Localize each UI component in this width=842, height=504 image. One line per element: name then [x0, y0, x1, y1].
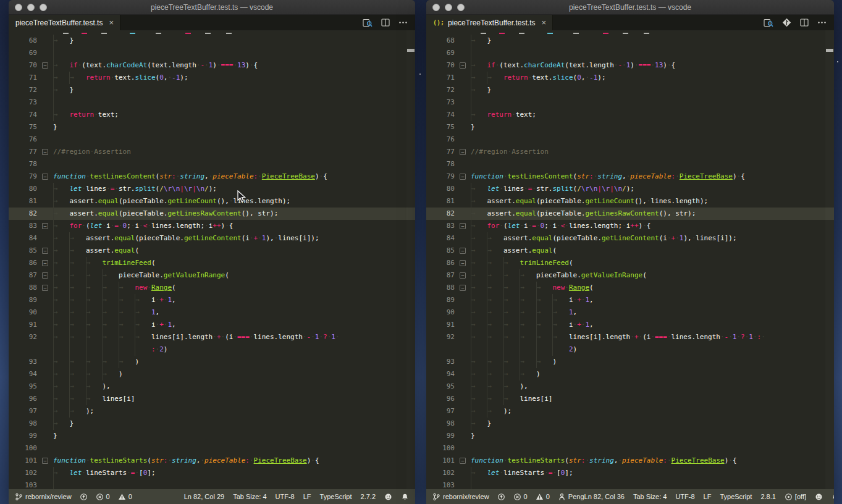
- code-line[interactable]: 82→assert.equal(pieceTable.getLinesRawCo…: [9, 208, 415, 220]
- status-item-utf-8[interactable]: UTF-8: [276, 493, 295, 500]
- open-preview-icon[interactable]: [764, 19, 773, 27]
- code-content[interactable]: →: [53, 47, 415, 59]
- code-line[interactable]: 81→assert.equal(pieceTable.getLineCount(…: [426, 195, 834, 208]
- status-item-tab-size-4[interactable]: Tab Size: 4: [633, 493, 667, 500]
- code-line[interactable]: 69→: [426, 47, 834, 59]
- code-content[interactable]: →→assert.equal(pieceTable.getLineContent…: [471, 232, 834, 245]
- status-item-record[interactable]: [off]: [785, 493, 806, 501]
- code-line[interactable]: →→→→→→2): [426, 343, 834, 356]
- code-content[interactable]: →→assert.equal(: [53, 245, 415, 257]
- code-content[interactable]: }: [53, 121, 415, 133]
- code-line[interactable]: 102→let·lineStarts·=·[0];: [9, 467, 415, 479]
- title-bar[interactable]: pieceTreeTextBuffer.test.ts — vscode: [9, 0, 415, 15]
- fold-collapse-icon[interactable]: −: [42, 174, 48, 180]
- code-line[interactable]: 70−→if·(text.charCodeAt(text.length·-·1)…: [426, 59, 834, 72]
- status-item-error[interactable]: 0: [513, 493, 528, 501]
- code-content[interactable]: →if·(text.charCodeAt(text.length·-·1)·==…: [53, 59, 415, 72]
- code-content[interactable]: →→→lines[i]: [471, 393, 834, 405]
- code-line[interactable]: 79−function·testLinesContent(str:·string…: [9, 170, 415, 183]
- code-line[interactable]: 95→→→),: [9, 380, 415, 393]
- code-line[interactable]: 71→→return·text.slice(0,·-1);: [426, 72, 834, 84]
- status-item-2-7-2[interactable]: 2.7.2: [361, 493, 376, 500]
- code-content[interactable]: →}: [471, 84, 834, 96]
- code-content[interactable]: →→→),: [53, 380, 415, 393]
- code-line[interactable]: 92→→→→→→lines[i].length·+·(i·===·lines.l…: [426, 331, 834, 343]
- status-item-lf[interactable]: LF: [704, 493, 712, 500]
- code-line[interactable]: 76: [9, 133, 415, 146]
- code-content[interactable]: →: [53, 479, 415, 489]
- status-item-feedback[interactable]: [815, 493, 823, 501]
- status-item-publish[interactable]: [497, 493, 505, 501]
- code-content[interactable]: function·testLinesContent(str:·string,·p…: [471, 170, 834, 183]
- fold-collapse-icon[interactable]: −: [42, 248, 48, 254]
- code-content[interactable]: →→assert.equal(pieceTable.getLineContent…: [53, 232, 415, 245]
- code-content[interactable]: →→→→): [471, 368, 834, 380]
- fold-collapse-icon[interactable]: −: [460, 223, 466, 229]
- code-content[interactable]: →→→→→→lines[i].length·+·(i·===·lines.len…: [471, 331, 834, 343]
- code-line[interactable]: 94→→→→): [426, 368, 834, 380]
- code-content[interactable]: →→→→→): [471, 356, 834, 368]
- code-line[interactable]: 94→→→→): [9, 368, 415, 380]
- fold-collapse-icon[interactable]: −: [460, 458, 466, 464]
- code-line[interactable]: 74→return·text;: [9, 109, 415, 121]
- code-line[interactable]: 101−function·testLineStarts(str:·string,…: [426, 455, 834, 467]
- code-line[interactable]: 102→let·lineStarts·=·[0];: [426, 467, 834, 479]
- code-line[interactable]: 81→assert.equal(pieceTable.getLineCount(…: [9, 195, 415, 208]
- status-item-error[interactable]: 0: [96, 493, 110, 501]
- status-item-git-branch[interactable]: rebornix/review: [15, 493, 72, 501]
- editor-scrollbar[interactable]: [406, 30, 415, 489]
- status-item-bell[interactable]: [401, 493, 409, 501]
- code-line[interactable]: 95→→→),: [426, 380, 834, 393]
- code-content[interactable]: function·testLineStarts(str:·string,·pie…: [53, 455, 415, 467]
- fold-collapse-icon[interactable]: −: [42, 260, 48, 266]
- status-item-tab-size-4[interactable]: Tab Size: 4: [233, 493, 266, 500]
- code-line[interactable]: 91→→→→→→i·+·1,: [9, 319, 415, 331]
- code-content[interactable]: →→→→→→i·+·1,: [471, 319, 834, 331]
- fold-collapse-icon[interactable]: −: [42, 223, 48, 229]
- code-content[interactable]: →→);: [471, 405, 834, 418]
- code-content[interactable]: →→return·text.slice(0,·-1);: [471, 72, 834, 84]
- scrollbar-thumb[interactable]: [826, 49, 833, 52]
- code-content[interactable]: }: [471, 430, 834, 442]
- code-line[interactable]: 71→→return·text.slice(0,·-1);: [9, 72, 415, 84]
- fold-collapse-icon[interactable]: −: [460, 62, 466, 69]
- tab-pieceTreeTextBuffer[interactable]: pieceTreeTextBuffer.test.ts ×: [9, 15, 120, 30]
- code-content[interactable]: →→);: [53, 405, 415, 418]
- code-content[interactable]: →if·(text.charCodeAt(text.length·-·1)·==…: [471, 59, 834, 72]
- code-line[interactable]: 78: [9, 158, 415, 170]
- code-line[interactable]: 86−→→→trimLineFeed(: [426, 257, 834, 269]
- code-content[interactable]: →→→→→→:·2): [53, 343, 415, 356]
- code-line[interactable]: 68→}: [426, 35, 834, 47]
- close-window-button[interactable]: [15, 4, 22, 11]
- status-item-person[interactable]: Peng: [558, 493, 584, 501]
- code-line[interactable]: 77−//#region·Assertion: [9, 146, 415, 158]
- open-changes-icon[interactable]: [782, 18, 791, 27]
- code-content[interactable]: →let·lineStarts·=·[0];: [53, 467, 415, 479]
- status-item-publish[interactable]: [80, 493, 88, 501]
- code-line[interactable]: 99}: [9, 430, 415, 442]
- status-item-utf-8[interactable]: UTF-8: [675, 493, 694, 500]
- code-content[interactable]: →→→→pieceTable.getValueInRange(: [471, 269, 834, 282]
- minimize-window-button[interactable]: [445, 4, 452, 11]
- code-line[interactable]: 79−function·testLinesContent(str:·string…: [426, 170, 834, 183]
- status-item-feedback[interactable]: [384, 493, 392, 501]
- code-line[interactable]: 88−→→→→→new·Range(: [426, 282, 834, 294]
- code-line[interactable]: 96→→→lines[i]: [426, 393, 834, 405]
- code-content[interactable]: →assert.equal(pieceTable.getLinesRawCont…: [471, 208, 834, 220]
- code-content[interactable]: →assert.equal(pieceTable.getLinesRawCont…: [53, 208, 415, 220]
- open-preview-icon[interactable]: [363, 19, 373, 27]
- code-line[interactable]: 75}: [426, 121, 834, 133]
- scrollbar-thumb[interactable]: [407, 49, 415, 52]
- code-content[interactable]: →→assert.equal(: [471, 245, 834, 257]
- code-content[interactable]: →→→→→→lines[i].length·+·(i·===·lines.len…: [53, 331, 415, 343]
- fold-collapse-icon[interactable]: −: [460, 149, 466, 155]
- status-item-bell[interactable]: [831, 493, 834, 501]
- fold-collapse-icon[interactable]: −: [42, 458, 48, 464]
- code-line[interactable]: 92→→→→→→lines[i].length·+·(i·===·lines.l…: [9, 331, 415, 343]
- code-line[interactable]: 89→→→→→→i·+·1,: [9, 294, 415, 306]
- code-line[interactable]: 96→→→lines[i]: [9, 393, 415, 405]
- code-content[interactable]: [53, 158, 415, 170]
- zoom-window-button[interactable]: [40, 4, 47, 11]
- code-content[interactable]: →for·(let·i·=·0;·i·<·lines.length;·i++)·…: [471, 220, 834, 232]
- code-content[interactable]: →: [53, 96, 415, 109]
